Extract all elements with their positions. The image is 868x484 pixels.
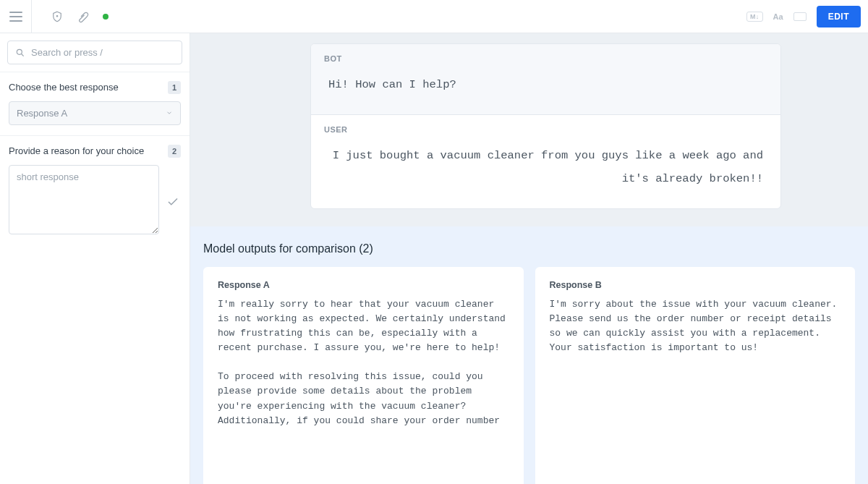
chevron-down-icon [166,108,173,119]
step-badge: 2 [168,145,181,158]
edit-button[interactable]: EDIT [817,6,861,27]
step-badge: 1 [168,81,181,94]
reason-textarea[interactable] [9,165,159,234]
user-text: I just bought a vacuum cleaner from you … [311,135,780,208]
svg-point-0 [56,15,58,17]
conversation-card: BOT Hi! How can I help? USER I just boug… [310,43,781,209]
search-icon [15,48,25,58]
comparison-title: Model outputs for comparison (2) [203,242,855,255]
topbar: M↓ Aa EDIT [0,0,868,33]
response-body: I'm really sorry to hear that your vacuu… [218,297,509,428]
comparison-section: Model outputs for comparison (2) Respons… [190,226,868,484]
response-card-b: Response B I'm sorry about the issue wit… [535,267,856,484]
bot-role-label: BOT [311,44,780,64]
status-dot-icon [103,14,109,20]
sidebar: Choose the best response 1 Response A Pr… [0,33,190,484]
bot-text: Hi! How can I help? [311,64,780,114]
response-label: Response A [218,280,509,290]
question-reason: Provide a reason for your choice 2 [0,136,190,245]
response-body: I'm sorry about the issue with your vacu… [550,297,841,356]
question-title: Choose the best response [9,81,124,94]
markdown-toggle[interactable]: M↓ [746,12,763,22]
user-role-label: USER [311,115,780,135]
response-select[interactable]: Response A [9,101,181,125]
bot-message: BOT Hi! How can I help? [311,44,780,114]
response-label: Response B [550,280,841,290]
user-message: USER I just bought a vacuum cleaner from… [311,114,780,208]
search-input[interactable] [31,47,174,58]
menu-button[interactable] [0,0,32,33]
question-title: Provide a reason for your choice [9,145,150,158]
search-input-wrap[interactable] [7,41,182,64]
response-card-a: Response A I'm really sorry to hear that… [203,267,524,484]
font-size-toggle[interactable]: Aa [773,12,783,21]
attachment-icon[interactable] [77,10,90,23]
select-value: Response A [17,108,67,119]
svg-line-2 [22,54,24,56]
shield-icon[interactable] [51,10,64,23]
main-content: BOT Hi! How can I help? USER I just boug… [190,33,868,484]
svg-point-1 [17,49,22,54]
check-icon [165,165,181,208]
question-choose-best: Choose the best response 1 Response A [0,72,190,136]
keyboard-icon[interactable] [793,12,807,21]
